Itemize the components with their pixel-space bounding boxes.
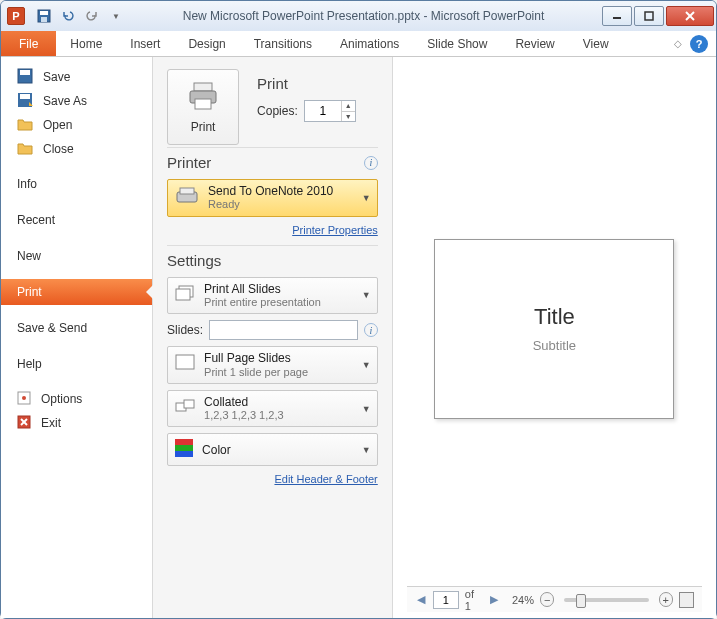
sidebar-label: New <box>17 249 41 263</box>
print-range-main: Print All Slides <box>204 282 354 296</box>
sidebar-item-save[interactable]: Save <box>1 65 152 89</box>
zoom-out-button[interactable]: − <box>540 592 554 607</box>
sidebar-label: Exit <box>41 416 61 430</box>
print-preview-pane: Title Subtitle ◀ of 1 ▶ 24% − + <box>393 57 716 618</box>
app-window: P ▼ New Microsoft PowerPoint Presentatio… <box>0 0 717 619</box>
preview-statusbar: ◀ of 1 ▶ 24% − + <box>407 586 702 612</box>
sidebar-label: Save & Send <box>17 321 87 335</box>
sidebar-item-print[interactable]: Print <box>1 279 152 305</box>
zoom-label: 24% <box>512 594 534 606</box>
redo-icon[interactable] <box>81 5 103 27</box>
window-title: New Microsoft PowerPoint Presentation.pp… <box>127 9 600 23</box>
sidebar-item-close[interactable]: Close <box>1 137 152 161</box>
options-icon <box>17 391 31 408</box>
slide-subtitle: Subtitle <box>533 338 576 353</box>
svg-point-12 <box>22 396 26 400</box>
collate-sub: 1,2,3 1,2,3 1,2,3 <box>204 409 354 422</box>
maximize-button[interactable] <box>634 6 664 26</box>
page-layout-icon <box>174 353 196 376</box>
sidebar-item-recent[interactable]: Recent <box>1 207 152 233</box>
copies-spinner[interactable]: ▲▼ <box>304 100 356 122</box>
collate-dropdown[interactable]: Collated 1,2,3 1,2,3 1,2,3 ▼ <box>167 390 378 428</box>
spinner-down-icon[interactable]: ▼ <box>342 112 355 122</box>
print-range-dropdown[interactable]: Print All Slides Print entire presentati… <box>167 277 378 315</box>
sidebar-item-help[interactable]: Help <box>1 351 152 377</box>
svg-rect-16 <box>194 83 212 91</box>
sidebar-label: Options <box>41 392 82 406</box>
sidebar-item-new[interactable]: New <box>1 243 152 269</box>
fit-to-window-button[interactable] <box>679 592 694 608</box>
powerpoint-app-icon: P <box>7 7 25 25</box>
printer-icon <box>186 81 220 114</box>
zoom-slider[interactable] <box>564 598 648 602</box>
chevron-down-icon: ▼ <box>362 360 371 370</box>
printer-section-title: Printer i <box>167 154 378 171</box>
page-input[interactable] <box>433 591 459 609</box>
layout-dropdown[interactable]: Full Page Slides Print 1 slide per page … <box>167 346 378 384</box>
slides-stack-icon <box>174 284 196 307</box>
zoom-in-button[interactable]: + <box>659 592 673 607</box>
print-button[interactable]: Print <box>167 69 239 145</box>
tab-file[interactable]: File <box>1 31 56 56</box>
color-main: Color <box>202 443 354 457</box>
sidebar-label: Open <box>43 118 72 132</box>
sidebar-item-exit[interactable]: Exit <box>1 411 152 435</box>
next-page-icon[interactable]: ▶ <box>488 593 500 606</box>
svg-rect-10 <box>20 94 30 99</box>
tab-slideshow[interactable]: Slide Show <box>413 31 501 56</box>
close-folder-icon <box>17 140 33 159</box>
prev-page-icon[interactable]: ◀ <box>415 593 427 606</box>
slide-preview: Title Subtitle <box>434 239 674 419</box>
sidebar-item-saveas[interactable]: Save As <box>1 89 152 113</box>
sidebar-item-info[interactable]: Info <box>1 171 152 197</box>
slides-input[interactable] <box>209 320 358 340</box>
tab-review[interactable]: Review <box>501 31 568 56</box>
svg-rect-20 <box>180 188 194 194</box>
tab-design[interactable]: Design <box>174 31 239 56</box>
sidebar-item-open[interactable]: Open <box>1 113 152 137</box>
qat-dropdown-icon[interactable]: ▼ <box>105 5 127 27</box>
open-icon <box>17 116 33 135</box>
printer-dropdown[interactable]: Send To OneNote 2010 Ready ▼ <box>167 179 378 217</box>
sidebar-label: Info <box>17 177 37 191</box>
printer-properties-link[interactable]: Printer Properties <box>292 224 378 236</box>
copies-input[interactable] <box>305 101 341 121</box>
sidebar-label: Help <box>17 357 42 371</box>
svg-rect-22 <box>176 289 190 300</box>
edit-header-footer-link[interactable]: Edit Header & Footer <box>274 473 377 485</box>
sidebar-item-savesend[interactable]: Save & Send <box>1 315 152 341</box>
collate-icon <box>174 397 196 420</box>
slide-title: Title <box>534 304 575 330</box>
backstage-sidebar: Save Save As Open Close Info Recent New … <box>1 57 153 618</box>
svg-rect-4 <box>645 12 653 20</box>
svg-rect-1 <box>40 11 48 15</box>
quick-access-toolbar: ▼ <box>33 5 127 27</box>
info-icon[interactable]: i <box>364 323 378 337</box>
save-icon[interactable] <box>33 5 55 27</box>
chevron-down-icon: ▼ <box>362 193 371 203</box>
svg-rect-2 <box>41 17 47 22</box>
sidebar-label: Save <box>43 70 70 84</box>
tab-view[interactable]: View <box>569 31 623 56</box>
tab-animations[interactable]: Animations <box>326 31 413 56</box>
info-icon[interactable]: i <box>364 156 378 170</box>
color-dropdown[interactable]: Color ▼ <box>167 433 378 466</box>
svg-rect-23 <box>176 355 194 369</box>
tab-home[interactable]: Home <box>56 31 116 56</box>
exit-icon <box>17 415 31 432</box>
close-button[interactable] <box>666 6 714 26</box>
ribbon-collapse-icon[interactable]: ◇ <box>674 35 682 52</box>
minimize-button[interactable] <box>602 6 632 26</box>
sidebar-label: Close <box>43 142 74 156</box>
svg-rect-8 <box>20 70 30 75</box>
sidebar-item-options[interactable]: Options <box>1 387 152 411</box>
help-icon[interactable]: ? <box>690 35 708 53</box>
page-of-label: of 1 <box>465 588 482 612</box>
tab-insert[interactable]: Insert <box>116 31 174 56</box>
undo-icon[interactable] <box>57 5 79 27</box>
sidebar-label: Save As <box>43 94 87 108</box>
chevron-down-icon: ▼ <box>362 290 371 300</box>
spinner-up-icon[interactable]: ▲ <box>342 101 355 112</box>
sidebar-label: Print <box>17 285 42 299</box>
tab-transitions[interactable]: Transitions <box>240 31 326 56</box>
